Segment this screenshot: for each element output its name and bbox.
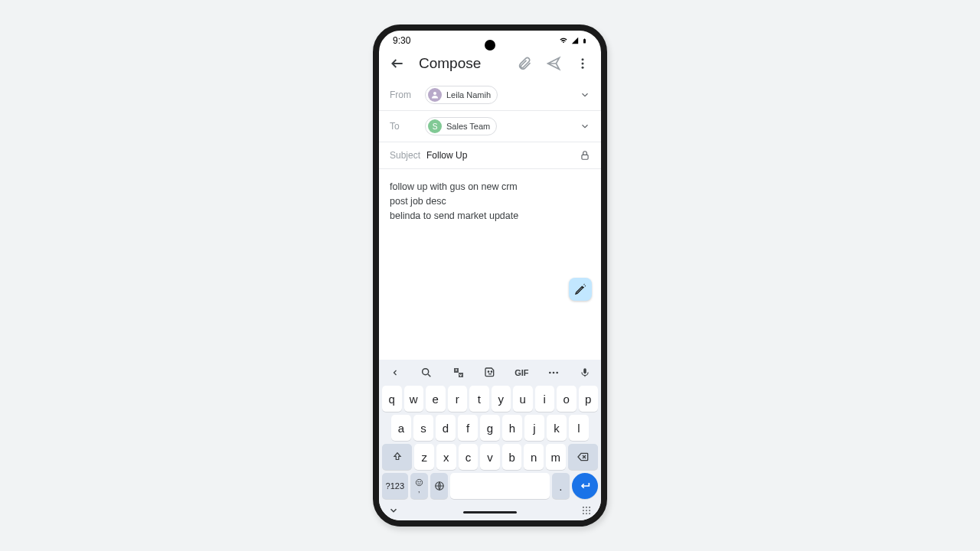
key-e[interactable]: e <box>426 386 446 412</box>
key-v[interactable]: v <box>480 444 500 470</box>
svg-point-17 <box>589 507 590 508</box>
symbols-key[interactable]: ?123 <box>382 473 408 499</box>
key-b[interactable]: b <box>502 444 522 470</box>
key-i[interactable]: i <box>535 386 555 412</box>
kb-gif-button[interactable]: GIF <box>513 364 530 381</box>
to-row[interactable]: To S Sales Team <box>379 111 601 142</box>
key-u[interactable]: u <box>513 386 533 412</box>
send-icon[interactable] <box>546 56 561 71</box>
svg-point-13 <box>420 481 420 482</box>
key-c[interactable]: c <box>459 444 479 470</box>
from-chip[interactable]: Leila Namih <box>425 86 498 104</box>
key-n[interactable]: n <box>524 444 544 470</box>
kb-row-3: zxcvbnm <box>382 444 598 470</box>
key-q[interactable]: q <box>382 386 402 412</box>
period-key[interactable]: . <box>552 473 570 499</box>
svg-point-1 <box>582 63 584 65</box>
wifi-icon <box>559 37 568 44</box>
phone-frame: 9:30 Compose From <box>373 24 607 527</box>
attach-icon[interactable] <box>517 56 532 71</box>
kb-grid-icon[interactable] <box>581 505 592 516</box>
key-r[interactable]: r <box>448 386 468 412</box>
backspace-key[interactable] <box>568 444 598 470</box>
avatar: S <box>428 119 442 133</box>
svg-point-11 <box>416 479 422 485</box>
svg-point-6 <box>488 371 488 372</box>
more-icon[interactable] <box>575 56 590 71</box>
svg-point-8 <box>549 372 551 374</box>
app-bar: Compose <box>379 47 601 80</box>
subject-input[interactable]: Follow Up <box>426 150 580 161</box>
lock-icon[interactable] <box>580 150 590 161</box>
clock: 9:30 <box>393 35 410 46</box>
kb-collapse-icon[interactable] <box>388 505 399 516</box>
svg-point-22 <box>586 513 587 514</box>
globe-key[interactable] <box>430 473 448 499</box>
key-t[interactable]: t <box>469 386 489 412</box>
kb-row-4: ?123 , . <box>382 473 598 499</box>
svg-point-3 <box>433 92 436 95</box>
to-chip[interactable]: S Sales Team <box>425 117 497 135</box>
kb-more-icon[interactable] <box>545 364 562 381</box>
key-y[interactable]: y <box>492 386 511 412</box>
svg-point-10 <box>556 372 558 374</box>
key-s[interactable]: s <box>413 415 433 441</box>
body-text[interactable]: follow up with gus on new crm post job d… <box>390 180 590 223</box>
key-o[interactable]: o <box>557 386 577 412</box>
svg-point-19 <box>586 510 587 511</box>
svg-point-23 <box>589 513 590 514</box>
kb-search-icon[interactable] <box>418 364 435 381</box>
key-k[interactable]: k <box>547 415 567 441</box>
key-p[interactable]: p <box>579 386 599 412</box>
key-d[interactable]: d <box>436 415 456 441</box>
screen-title: Compose <box>419 55 503 72</box>
from-row[interactable]: From Leila Namih <box>379 80 601 111</box>
svg-point-12 <box>417 481 418 482</box>
kb-row-2: asdfghjkl <box>382 415 598 441</box>
keyboard: GIF qwertyuiop asdfghjkl zxcvbnm ?123 , … <box>379 360 601 520</box>
key-j[interactable]: j <box>524 415 544 441</box>
kb-translate-icon[interactable] <box>450 364 467 381</box>
to-label: To <box>390 121 425 132</box>
key-a[interactable]: a <box>391 415 411 441</box>
kb-mic-icon[interactable] <box>577 364 593 381</box>
signal-icon <box>571 37 579 44</box>
back-icon[interactable] <box>390 56 405 71</box>
avatar <box>428 88 442 102</box>
subject-label: Subject <box>390 150 420 161</box>
chevron-down-icon[interactable] <box>580 121 590 132</box>
from-name: Leila Namih <box>446 90 491 99</box>
kb-back-icon[interactable] <box>387 364 403 381</box>
home-pill[interactable] <box>463 511 517 514</box>
subject-row[interactable]: Subject Follow Up <box>379 142 601 169</box>
shift-key[interactable] <box>382 444 412 470</box>
svg-point-2 <box>582 67 584 69</box>
key-z[interactable]: z <box>414 444 434 470</box>
svg-point-0 <box>582 58 584 60</box>
svg-point-5 <box>423 369 429 375</box>
magic-pen-button[interactable] <box>569 278 592 301</box>
space-key[interactable] <box>450 473 549 499</box>
nav-bar <box>379 502 601 517</box>
svg-point-20 <box>589 510 590 511</box>
key-f[interactable]: f <box>458 415 478 441</box>
svg-point-9 <box>552 372 554 374</box>
key-g[interactable]: g <box>480 415 500 441</box>
svg-rect-4 <box>582 155 588 159</box>
kb-sticker-icon[interactable] <box>482 364 498 381</box>
key-h[interactable]: h <box>502 415 522 441</box>
enter-key[interactable] <box>572 473 598 499</box>
email-body[interactable]: follow up with gus on new crm post job d… <box>379 169 601 307</box>
to-name: Sales Team <box>446 122 490 131</box>
key-l[interactable]: l <box>569 415 589 441</box>
kb-row-1: qwertyuiop <box>382 386 598 412</box>
chevron-down-icon[interactable] <box>580 90 590 100</box>
battery-icon <box>582 37 587 45</box>
svg-point-15 <box>583 507 584 508</box>
svg-point-21 <box>583 513 584 514</box>
front-camera <box>485 40 495 51</box>
key-w[interactable]: w <box>404 386 424 412</box>
emoji-key[interactable]: , <box>410 473 428 499</box>
key-x[interactable]: x <box>436 444 456 470</box>
key-m[interactable]: m <box>546 444 566 470</box>
